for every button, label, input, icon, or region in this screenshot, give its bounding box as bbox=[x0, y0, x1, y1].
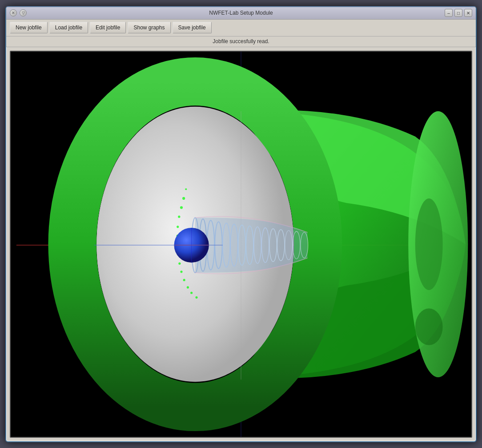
svg-point-18 bbox=[185, 188, 187, 190]
win-restore-button[interactable]: □ bbox=[454, 9, 462, 17]
title-bar: ✕ ▽ NWFET-Lab Setup Module – □ ✕ bbox=[6, 7, 476, 20]
3d-viewport[interactable] bbox=[10, 51, 472, 438]
title-bar-left-controls: ✕ ▽ bbox=[10, 9, 27, 16]
scene-container bbox=[11, 52, 471, 437]
iconify-icon[interactable]: ▽ bbox=[20, 9, 27, 16]
save-jobfile-button[interactable]: Save jobfile bbox=[173, 22, 212, 33]
svg-point-26 bbox=[180, 270, 182, 273]
svg-point-19 bbox=[180, 206, 183, 209]
svg-point-25 bbox=[178, 262, 181, 264]
close-icon[interactable]: ✕ bbox=[10, 9, 17, 16]
svg-point-27 bbox=[183, 278, 185, 281]
status-message: Jobfile succesfully read. bbox=[213, 38, 269, 44]
title-bar-right-controls: – □ ✕ bbox=[445, 9, 472, 17]
new-jobfile-button[interactable]: New jobfile bbox=[10, 22, 48, 33]
svg-point-20 bbox=[178, 215, 180, 218]
status-bar: Jobfile succesfully read. bbox=[6, 36, 476, 47]
edit-jobfile-button[interactable]: Edit jobfile bbox=[90, 22, 126, 33]
cylinder-cap-groove bbox=[415, 198, 443, 290]
svg-point-28 bbox=[187, 286, 189, 288]
load-jobfile-button[interactable]: Load jobfile bbox=[49, 22, 88, 33]
main-window: ✕ ▽ NWFET-Lab Setup Module – □ ✕ New job… bbox=[5, 6, 477, 442]
window-title: NWFET-Lab Setup Module bbox=[209, 10, 273, 16]
scene-svg bbox=[11, 52, 471, 437]
win-minimize-button[interactable]: – bbox=[445, 9, 453, 17]
svg-point-21 bbox=[177, 226, 179, 228]
svg-point-29 bbox=[190, 291, 193, 294]
cylinder-cap-groove2 bbox=[415, 308, 443, 345]
show-graphs-button[interactable]: Show graphs bbox=[128, 22, 170, 33]
win-close-button[interactable]: ✕ bbox=[464, 9, 472, 17]
svg-point-30 bbox=[195, 296, 197, 299]
svg-point-17 bbox=[182, 197, 185, 199]
toolbar: New jobfile Load jobfile Edit jobfile Sh… bbox=[6, 20, 476, 36]
